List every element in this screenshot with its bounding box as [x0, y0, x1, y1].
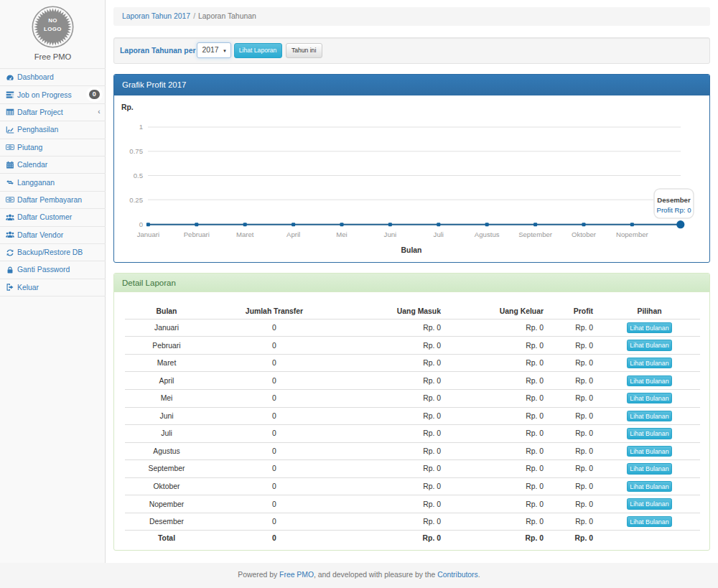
svg-text:Rp.: Rp.: [121, 103, 134, 111]
svg-text:Mei: Mei: [336, 230, 347, 238]
svg-text:Maret: Maret: [236, 230, 254, 238]
svg-text:Profit Rp: 0: Profit Rp: 0: [657, 206, 691, 214]
svg-text:NO: NO: [48, 17, 57, 24]
svg-text:0: 0: [139, 220, 143, 228]
svg-text:Juni: Juni: [384, 230, 397, 238]
svg-text:1: 1: [139, 123, 143, 131]
svg-text:Desember: Desember: [657, 196, 691, 204]
svg-text:0.25: 0.25: [129, 196, 143, 204]
svg-text:Juli: Juli: [434, 230, 444, 238]
svg-text:April: April: [286, 230, 300, 238]
svg-text:Nopember: Nopember: [616, 230, 649, 238]
svg-text:0.75: 0.75: [129, 147, 143, 155]
svg-text:LOGO: LOGO: [44, 26, 62, 32]
svg-text:September: September: [518, 230, 553, 238]
svg-text:Bulan: Bulan: [401, 246, 422, 254]
svg-text:0.5: 0.5: [134, 172, 143, 179]
svg-text:Januari: Januari: [137, 230, 159, 238]
svg-text:Pebruari: Pebruari: [184, 230, 210, 238]
svg-text:Agustus: Agustus: [475, 230, 500, 238]
svg-text:Oktober: Oktober: [572, 230, 597, 238]
